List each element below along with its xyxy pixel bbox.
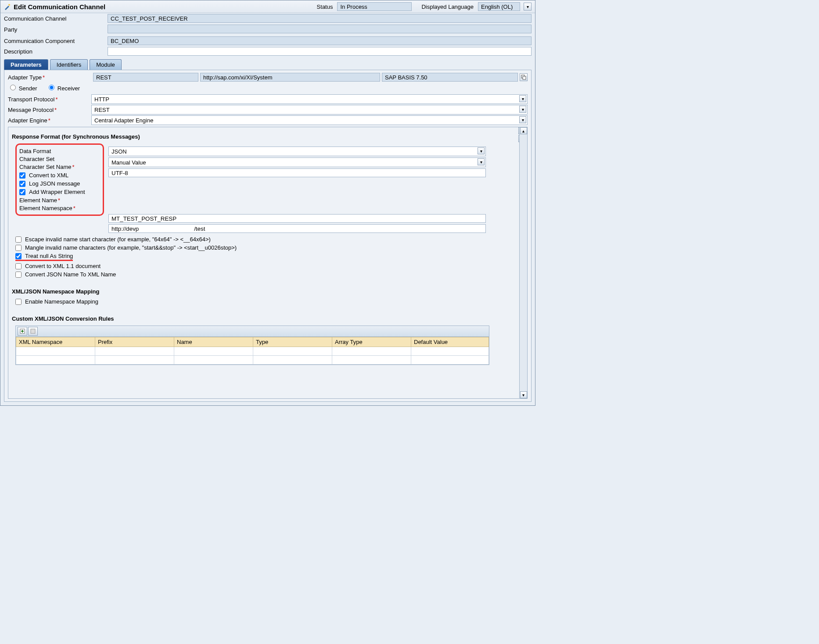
mangle-checkbox[interactable] xyxy=(15,245,22,251)
message-protocol-label: Message Protocol xyxy=(8,107,54,113)
json2xml-checkbox[interactable] xyxy=(15,272,22,278)
adapter-type-label: Adapter Type xyxy=(8,74,42,81)
status-value: In Process xyxy=(337,2,412,11)
language-label: Displayed Language xyxy=(421,4,474,10)
element-name-label: Element Name xyxy=(19,197,57,204)
charset-name-label: Character Set Name xyxy=(19,164,72,170)
message-protocol-dropdown[interactable]: REST▾ xyxy=(91,105,528,114)
scroll-down-button[interactable]: ▾ xyxy=(520,391,527,398)
component-value: BC_DEMO xyxy=(108,36,532,45)
party-label: Party xyxy=(4,26,108,33)
rules-section: Custom XML/JSON Conversion Rules xyxy=(12,315,516,322)
xml11-checkbox[interactable] xyxy=(15,263,22,269)
dropdown-icon[interactable]: ▾ xyxy=(478,147,485,154)
tab-parameters[interactable]: Parameters xyxy=(4,59,48,70)
element-ns-input[interactable] xyxy=(108,224,486,233)
svg-rect-2 xyxy=(523,76,526,79)
element-ns-label: Element Namespace xyxy=(19,205,72,211)
adapter-engine-label: Adapter Engine xyxy=(8,117,47,124)
adapter-namespace: http://sap.com/xi/XI/System xyxy=(200,73,380,82)
tab-identifiers[interactable]: Identifiers xyxy=(50,59,88,70)
charset-dropdown[interactable]: Manual Value▾ xyxy=(108,157,486,167)
transport-dropdown[interactable]: HTTP▾ xyxy=(91,94,528,104)
col-name[interactable]: Name xyxy=(174,337,253,347)
charset-label: Character Set xyxy=(19,156,100,162)
transport-label: Transport Protocol xyxy=(8,96,54,103)
sender-radio[interactable]: Sender xyxy=(8,85,37,92)
ns-mapping-section: XML/JSON Namespace Mapping xyxy=(12,288,516,295)
status-label: Status xyxy=(317,4,333,10)
json2xml-label: Convert JSON Name To XML Name xyxy=(25,271,116,278)
wand-icon xyxy=(4,3,11,10)
required-marker: * xyxy=(43,74,45,81)
rules-table: XML Namespace Prefix Name Type Array Typ… xyxy=(15,326,489,365)
escape-checkbox[interactable] xyxy=(15,236,22,243)
component-label: Communication Component xyxy=(4,38,108,44)
description-input[interactable] xyxy=(108,47,532,56)
log-json-label: Log JSON message xyxy=(29,180,80,187)
element-name-input[interactable] xyxy=(108,214,486,223)
convert-xml-checkbox[interactable] xyxy=(19,172,25,179)
receiver-radio[interactable]: Receiver xyxy=(47,85,80,92)
svg-rect-6 xyxy=(31,329,35,333)
remove-row-button[interactable] xyxy=(28,327,38,336)
dropdown-icon[interactable]: ▾ xyxy=(519,95,526,102)
col-type[interactable]: Type xyxy=(253,337,332,347)
copy-icon[interactable] xyxy=(520,73,528,81)
null-string-label: Treat null As String xyxy=(25,253,73,259)
cc-label: Communication Channel xyxy=(4,15,108,22)
col-default-value[interactable]: Default Value xyxy=(411,337,489,347)
wrapper-checkbox[interactable] xyxy=(19,189,25,195)
party-value xyxy=(108,25,532,33)
dropdown-icon[interactable]: ▾ xyxy=(519,106,526,113)
adapter-engine-dropdown[interactable]: Central Adapter Engine▾ xyxy=(91,115,528,125)
adapter-type-value: REST xyxy=(93,73,198,82)
svg-point-0 xyxy=(8,4,10,6)
data-format-label: Data Format xyxy=(19,148,100,154)
highlighted-region: Data Format Character Set Character Set … xyxy=(15,143,104,216)
enable-ns-label: Enable Namespace Mapping xyxy=(25,298,98,305)
col-prefix[interactable]: Prefix xyxy=(95,337,174,347)
vertical-scrollbar[interactable]: ▴ ▾ xyxy=(519,127,527,398)
charset-name-input[interactable] xyxy=(108,168,486,177)
xml11-label: Convert to XML 1.1 document xyxy=(25,263,101,269)
language-dropdown-icon[interactable]: ▾ xyxy=(524,3,532,11)
page-title: Edit Communication Channel xyxy=(14,3,105,11)
convert-xml-label: Convert to XML xyxy=(29,172,68,179)
response-format-section: Response Format (for Synchronous Message… xyxy=(12,133,516,140)
scroll-up-button[interactable]: ▴ xyxy=(520,127,527,134)
col-xml-namespace[interactable]: XML Namespace xyxy=(16,337,95,347)
language-value[interactable]: English (OL) xyxy=(478,2,520,11)
table-row[interactable] xyxy=(16,347,489,356)
null-string-checkbox[interactable] xyxy=(15,253,22,259)
dropdown-icon[interactable]: ▾ xyxy=(519,116,526,123)
description-label: Description xyxy=(4,48,108,55)
log-json-checkbox[interactable] xyxy=(19,181,25,187)
table-row[interactable] xyxy=(16,356,489,365)
col-array-type[interactable]: Array Type xyxy=(332,337,411,347)
escape-label: Escape invalid name start character (for… xyxy=(25,236,211,243)
enable-ns-checkbox[interactable] xyxy=(15,299,22,305)
data-format-dropdown[interactable]: JSON▾ xyxy=(108,147,486,156)
cc-value: CC_TEST_POST_RECEIVER xyxy=(108,14,532,23)
wrapper-label: Add Wrapper Element xyxy=(29,189,85,195)
mangle-label: Mangle invalid name characters (for exam… xyxy=(25,244,237,251)
dropdown-icon[interactable]: ▾ xyxy=(478,158,485,165)
tab-module[interactable]: Module xyxy=(90,59,122,70)
adapter-version: SAP BASIS 7.50 xyxy=(382,73,518,82)
add-row-button[interactable] xyxy=(18,327,27,336)
